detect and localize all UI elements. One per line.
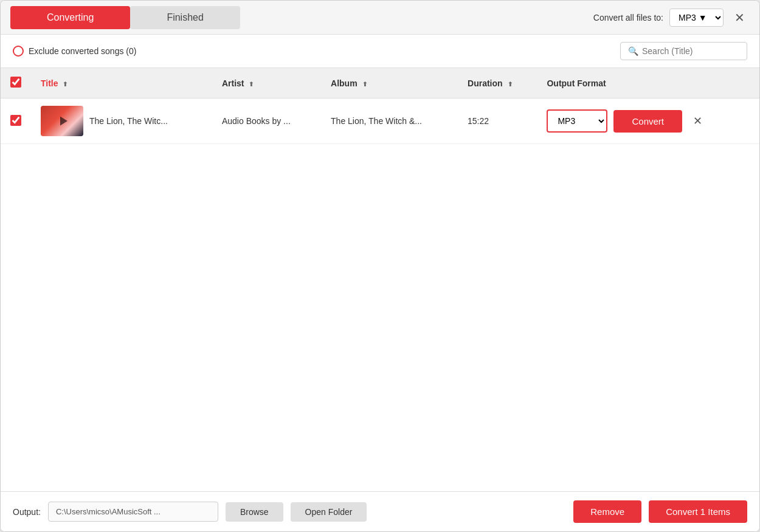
- table-row: The Lion, The Witc... Audio Books by ...…: [1, 98, 759, 144]
- top-bar: Converting Finished Convert all files to…: [1, 1, 759, 35]
- format-cell-content: MP3 AAC FLAC WAV Convert ✕: [547, 109, 750, 133]
- row-duration-cell: 15:22: [458, 98, 537, 144]
- album-sort-icon: ⬆: [362, 81, 367, 88]
- browse-button[interactable]: Browse: [226, 502, 283, 522]
- row-convert-button[interactable]: Convert: [613, 110, 682, 133]
- remove-button[interactable]: Remove: [573, 500, 641, 523]
- header-output-format: Output Format: [537, 68, 759, 98]
- track-thumbnail: [41, 106, 83, 136]
- row-checkbox-cell: [1, 98, 31, 144]
- right-controls: Convert all files to: MP3 ▼ AAC FLAC WAV…: [593, 8, 750, 27]
- track-artist: Audio Books by ...: [222, 116, 291, 126]
- tracks-table: Title ⬆ Artist ⬆ Album ⬆ Duration: [1, 68, 759, 144]
- track-album: The Lion, The Witch &...: [331, 116, 422, 126]
- tab-group: Converting Finished: [10, 6, 240, 29]
- table-header-row: Title ⬆ Artist ⬆ Album ⬆ Duration: [1, 68, 759, 98]
- row-format-select[interactable]: MP3 AAC FLAC WAV: [547, 109, 607, 133]
- open-folder-button[interactable]: Open Folder: [291, 502, 367, 522]
- row-remove-button[interactable]: ✕: [688, 112, 707, 130]
- exclude-row: Exclude converted songs (0): [13, 46, 136, 57]
- row-album-cell: The Lion, The Witch &...: [321, 98, 458, 144]
- search-icon: 🔍: [628, 46, 638, 56]
- row-artist-cell: Audio Books by ...: [212, 98, 321, 144]
- header-checkbox[interactable]: [10, 77, 21, 88]
- header-duration[interactable]: Duration ⬆: [458, 68, 537, 98]
- row-title-cell: The Lion, The Witc...: [31, 98, 212, 144]
- output-label: Output:: [13, 507, 41, 517]
- format-select-top[interactable]: MP3 ▼ AAC FLAC WAV: [669, 9, 724, 27]
- track-duration: 15:22: [468, 116, 489, 126]
- search-input[interactable]: [642, 46, 739, 56]
- row-checkbox[interactable]: [10, 115, 21, 126]
- artist-sort-icon: ⬆: [249, 81, 254, 88]
- tab-finished[interactable]: Finished: [130, 6, 240, 29]
- output-path-input[interactable]: [48, 502, 218, 522]
- app-window: Converting Finished Convert all files to…: [0, 0, 760, 532]
- bottom-bar: Output: Browse Open Folder Remove Conver…: [1, 491, 759, 531]
- row-format-cell: MP3 AAC FLAC WAV Convert ✕: [537, 98, 759, 144]
- table-container: Title ⬆ Artist ⬆ Album ⬆ Duration: [1, 67, 759, 491]
- exclude-radio[interactable]: [13, 46, 24, 57]
- convert-all-label: Convert all files to:: [593, 13, 663, 22]
- search-box: 🔍: [620, 42, 747, 60]
- close-button[interactable]: ✕: [730, 8, 750, 27]
- duration-sort-icon: ⬆: [508, 81, 513, 88]
- content: Exclude converted songs (0) 🔍 Title: [1, 35, 759, 491]
- tab-converting[interactable]: Converting: [10, 6, 130, 29]
- header-checkbox-cell: [1, 68, 31, 98]
- header-title[interactable]: Title ⬆: [31, 68, 212, 98]
- header-artist[interactable]: Artist ⬆: [212, 68, 321, 98]
- convert-items-button[interactable]: Convert 1 Items: [649, 500, 747, 523]
- thumbnail-image: [41, 106, 83, 136]
- title-sort-icon: ⬆: [63, 81, 67, 88]
- exclude-label: Exclude converted songs (0): [29, 46, 136, 56]
- header-album[interactable]: Album ⬆: [321, 68, 458, 98]
- title-cell-content: The Lion, The Witc...: [41, 106, 202, 136]
- toolbar-row: Exclude converted songs (0) 🔍: [1, 35, 759, 67]
- track-title: The Lion, The Witc...: [89, 116, 168, 126]
